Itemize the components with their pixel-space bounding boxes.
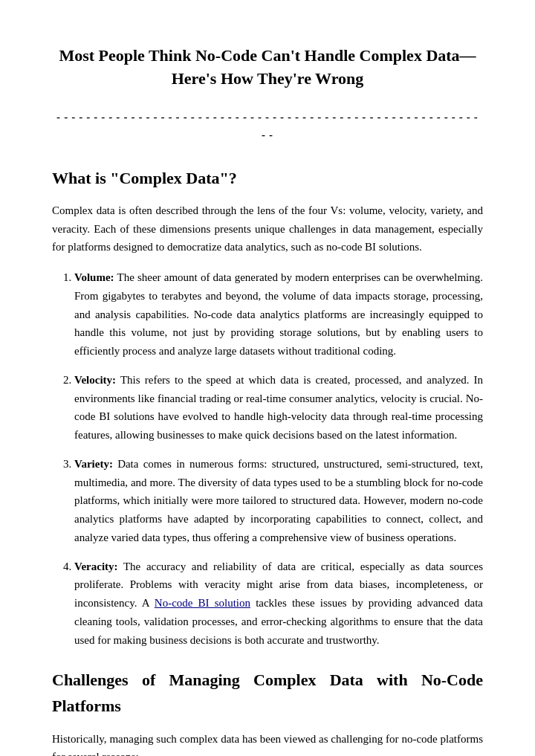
list-item-variety: Variety: Data comes in numerous forms: s… <box>74 455 483 547</box>
variety-text: Data comes in numerous forms: structured… <box>74 458 483 543</box>
page-container: Most People Think No-Code Can't Handle C… <box>52 45 483 756</box>
list-item-volume: Volume: The sheer amount of data generat… <box>74 268 483 361</box>
section2-intro: Historically, managing such complex data… <box>52 730 483 756</box>
nocode-bi-link[interactable]: No-code BI solution <box>155 597 250 609</box>
velocity-text: This refers to the speed at which data i… <box>74 374 483 441</box>
main-title: Most People Think No-Code Can't Handle C… <box>52 45 483 91</box>
veracity-term: Veracity: <box>74 560 118 572</box>
section1-intro: Complex data is often described through … <box>52 201 483 256</box>
list-item-velocity: Velocity: This refers to the speed at wh… <box>74 371 483 445</box>
divider: ----------------------------------------… <box>52 109 483 144</box>
variety-term: Variety: <box>74 458 113 470</box>
volume-text: The sheer amount of data generated by mo… <box>74 271 483 357</box>
section1-heading: What is "Complex Data"? <box>52 165 483 191</box>
volume-term: Volume: <box>74 271 114 283</box>
four-vs-list: Volume: The sheer amount of data generat… <box>52 268 483 649</box>
section2-heading: Challenges of Managing Complex Data with… <box>52 667 483 719</box>
velocity-term: Velocity: <box>74 374 116 386</box>
list-item-veracity: Veracity: The accuracy and reliability o… <box>74 558 483 650</box>
